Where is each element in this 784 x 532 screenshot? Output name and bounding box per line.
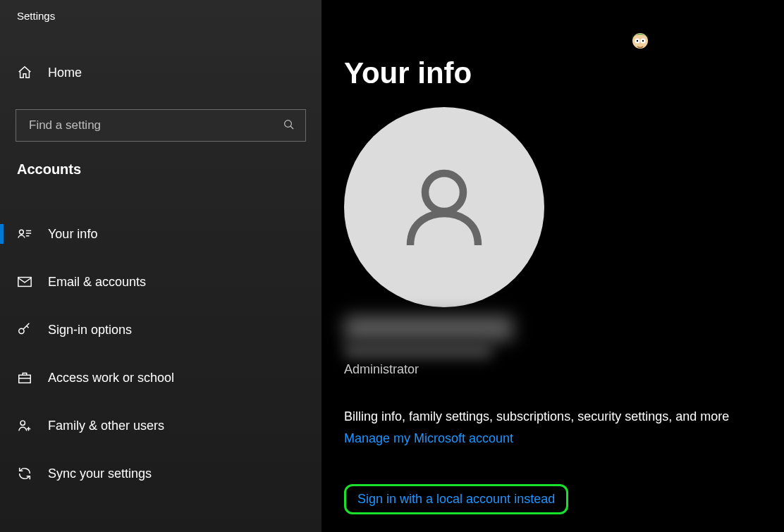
user-avatar [344,107,544,307]
billing-description: Billing info, family settings, subscript… [344,409,784,424]
svg-rect-6 [18,278,31,287]
sidebar-item-label: Family & other users [48,419,164,433]
sidebar-item-label: Email & accounts [48,275,146,290]
people-add-icon [17,418,32,433]
briefcase-icon [17,370,32,385]
sidebar-item-family-users[interactable]: Family & other users [0,409,321,443]
sidebar-item-label: Sign-in options [48,323,132,338]
manage-account-link[interactable]: Manage my Microsoft account [344,431,513,446]
sidebar-item-access-work-school[interactable]: Access work or school [0,361,321,395]
sidebar-item-sync-settings[interactable]: Sync your settings [0,457,321,490]
search-icon [283,118,297,132]
sidebar-item-label: Sync your settings [48,466,152,481]
main-content: Your info Administrator Billing info, fa… [321,0,784,532]
sidebar-item-signin-options[interactable]: Sign-in options [0,313,321,347]
person-card-icon [17,226,32,242]
svg-line-1 [290,126,293,129]
search-input[interactable] [27,118,283,133]
svg-point-0 [285,120,292,128]
user-name-redacted [344,316,513,341]
person-icon [391,154,497,260]
sign-in-local-account-link[interactable]: Sign in with a local account instead [357,492,555,507]
svg-rect-8 [19,375,31,383]
svg-point-7 [19,328,24,333]
page-title: Your info [344,56,784,90]
svg-point-13 [632,33,648,49]
home-icon [17,65,32,80]
sidebar-item-email-accounts[interactable]: Email & accounts [0,265,321,299]
sidebar-item-label: Access work or school [48,371,174,385]
sidebar-items: Your info Email & accounts [0,217,321,490]
sidebar-item-your-info[interactable]: Your info [0,217,321,251]
user-role: Administrator [344,362,784,377]
settings-window: Settings Home Accounts [0,0,784,532]
section-header-accounts: Accounts [0,161,321,178]
key-icon [17,322,32,338]
home-nav-item[interactable]: Home [0,56,321,89]
local-account-highlight: Sign in with a local account instead [344,484,568,514]
user-email-redacted [344,344,492,358]
app-title: Settings [0,10,321,22]
svg-point-18 [425,173,463,211]
sync-icon [17,466,32,481]
decorative-avatar-icon [627,30,653,55]
mail-icon [17,274,32,290]
search-box[interactable] [16,109,306,142]
svg-point-2 [19,230,23,234]
svg-point-16 [637,40,638,42]
home-label: Home [48,66,82,80]
sidebar-item-label: Your info [48,227,97,242]
svg-point-10 [20,421,25,425]
svg-point-17 [642,40,644,42]
sidebar: Settings Home Accounts [0,0,321,532]
